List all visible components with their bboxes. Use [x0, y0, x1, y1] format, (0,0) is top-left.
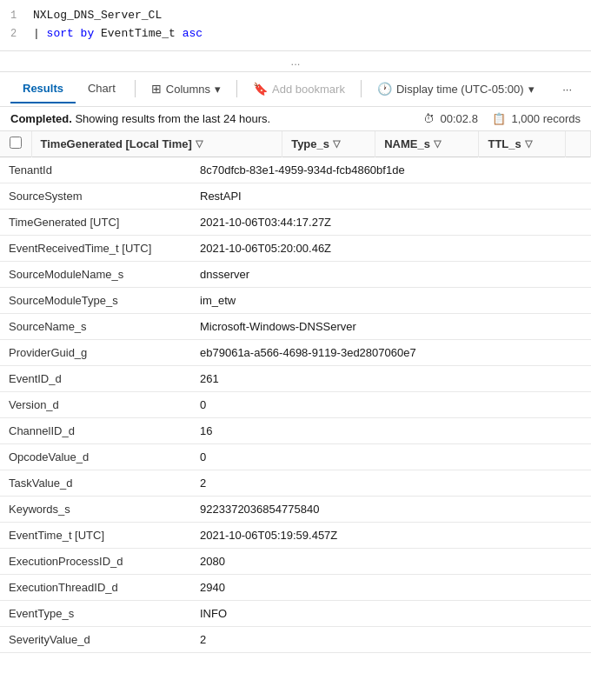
toolbar-separator-2	[236, 80, 237, 97]
detail-field-value: 16	[191, 417, 591, 443]
detail-field-value: Microsoft-Windows-DNSServer	[191, 313, 591, 339]
columns-button[interactable]: ⊞ Columns ▾	[143, 77, 229, 100]
detail-row: ProviderGuid_geb79061a-a566-4698-9119-3e…	[0, 339, 591, 365]
detail-field-name: SourceSystem	[0, 183, 191, 209]
name-s-filter-icon[interactable]: ▽	[434, 138, 441, 150]
more-options-icon: ···	[562, 83, 572, 96]
ttl-s-label: TTL_s	[488, 137, 521, 150]
ttl-s-filter-icon[interactable]: ▽	[525, 138, 532, 150]
line-number-2: 2	[10, 26, 26, 43]
table-header-row: TimeGenerated [Local Time] ▽ Type_s ▽ NA…	[0, 131, 591, 157]
time-generated-label: TimeGenerated [Local Time]	[41, 137, 192, 150]
detail-field-value: eb79061a-a566-4698-9119-3ed2807060e7	[191, 339, 591, 365]
select-all-checkbox[interactable]	[10, 137, 22, 149]
detail-field-name: TimeGenerated [UTC]	[0, 209, 191, 235]
status-text: Completed. Showing results from the last…	[10, 112, 270, 125]
detail-field-name: SourceModuleType_s	[0, 287, 191, 313]
detail-row: OpcodeValue_d0	[0, 443, 591, 470]
checkbox-header[interactable]	[0, 131, 31, 157]
status-description: Showing results from the last 24 hours.	[75, 112, 270, 125]
query-line-1: 1 NXLog_DNS_Server_CL	[10, 7, 581, 25]
query-text-1: NXLog_DNS_Server_CL	[33, 7, 162, 25]
query-editor[interactable]: 1 NXLog_DNS_Server_CL 2 | sort by EventT…	[0, 0, 591, 51]
status-completed: Completed.	[10, 112, 72, 125]
columns-icon: ⊞	[151, 82, 162, 96]
detail-field-value: 9223372036854775840	[191, 496, 591, 522]
tab-chart[interactable]: Chart	[76, 75, 128, 103]
detail-field-value: 261	[191, 365, 591, 391]
col-ttl-s[interactable]: TTL_s ▽	[479, 131, 565, 157]
detail-field-name: Keywords_s	[0, 496, 191, 522]
col-type-s[interactable]: Type_s ▽	[282, 131, 375, 157]
type-s-filter-icon[interactable]: ▽	[333, 138, 340, 150]
line-number-1: 1	[10, 8, 26, 24]
clock-icon: 🕐	[377, 82, 392, 96]
time-generated-filter-icon[interactable]: ▽	[196, 138, 203, 150]
detail-field-value: 8c70dfcb-83e1-4959-934d-fcb4860bf1de	[191, 157, 591, 183]
detail-row: SourceModuleType_sim_etw	[0, 287, 591, 313]
toolbar: Results Chart ⊞ Columns ▾ 🔖 Add bookmark…	[0, 72, 591, 107]
table-row: TenantId8c70dfcb-83e1-4959-934d-fcb4860b…	[0, 157, 591, 653]
detail-field-value: 2	[191, 626, 591, 652]
detail-table: TenantId8c70dfcb-83e1-4959-934d-fcb4860b…	[0, 157, 591, 653]
results-table: TimeGenerated [Local Time] ▽ Type_s ▽ NA…	[0, 131, 591, 653]
detail-field-value: 2	[191, 470, 591, 496]
type-s-label: Type_s	[291, 137, 329, 150]
detail-row: SourceSystemRestAPI	[0, 183, 591, 209]
detail-row: SourceName_sMicrosoft-Windows-DNSServer	[0, 313, 591, 339]
columns-arrow-icon: ▾	[215, 83, 221, 96]
detail-field-name: EventReceivedTime_t [UTC]	[0, 235, 191, 261]
records-icon: 📋	[492, 112, 506, 125]
detail-field-value: 0	[191, 391, 591, 417]
detail-row: ExecutionProcessID_d2080	[0, 548, 591, 574]
detail-field-value: 2021-10-06T03:44:17.27Z	[191, 209, 591, 235]
detail-field-value: 2021-10-06T05:19:59.457Z	[191, 522, 591, 548]
more-options-button[interactable]: ···	[554, 78, 581, 100]
add-bookmark-button[interactable]: 🔖 Add bookmark	[244, 77, 354, 100]
query-line-2: 2 | sort by EventTime_t asc	[10, 25, 581, 43]
records-value: 1,000 records	[512, 112, 581, 125]
detail-row: ChannelID_d16	[0, 417, 591, 443]
timer-icon: ⏱	[423, 112, 435, 125]
toolbar-separator-3	[361, 80, 362, 97]
detail-field-name: Version_d	[0, 391, 191, 417]
detail-field-name: SourceModuleName_s	[0, 261, 191, 287]
detail-field-name: ChannelID_d	[0, 417, 191, 443]
col-time-generated[interactable]: TimeGenerated [Local Time] ▽	[31, 131, 282, 157]
tab-results[interactable]: Results	[10, 75, 76, 103]
col-name-s[interactable]: NAME_s ▽	[375, 131, 479, 157]
bookmark-icon: 🔖	[253, 82, 268, 96]
detail-row: TenantId8c70dfcb-83e1-4959-934d-fcb4860b…	[0, 157, 591, 183]
detail-field-name: TaskValue_d	[0, 470, 191, 496]
detail-row: EventType_sINFO	[0, 600, 591, 626]
detail-row: SeverityValue_d2	[0, 626, 591, 652]
display-time-button[interactable]: 🕐 Display time (UTC-05:00) ▾	[369, 77, 543, 100]
detail-row: EventReceivedTime_t [UTC]2021-10-06T05:2…	[0, 235, 591, 261]
detail-row: ExecutionThreadID_d2940	[0, 574, 591, 600]
detail-field-name: ExecutionThreadID_d	[0, 574, 191, 600]
detail-field-name: ProviderGuid_g	[0, 339, 191, 365]
detail-field-name: TenantId	[0, 157, 191, 183]
records-display: 📋 1,000 records	[492, 112, 581, 125]
name-s-label: NAME_s	[384, 137, 430, 150]
detail-field-name: EventTime_t [UTC]	[0, 522, 191, 548]
display-time-arrow-icon: ▾	[528, 83, 535, 96]
detail-field-name: SeverityValue_d	[0, 626, 191, 652]
detail-field-name: SourceName_s	[0, 313, 191, 339]
detail-row: EventTime_t [UTC]2021-10-06T05:19:59.457…	[0, 522, 591, 548]
detail-field-value: 0	[191, 443, 591, 470]
detail-field-name: EventID_d	[0, 365, 191, 391]
timer-display: ⏱ 00:02.8	[423, 112, 478, 125]
detail-field-value: dnsserver	[191, 261, 591, 287]
detail-row: TaskValue_d2	[0, 470, 591, 496]
detail-field-name: OpcodeValue_d	[0, 443, 191, 470]
display-time-label: Display time (UTC-05:00)	[396, 83, 524, 96]
detail-row: TimeGenerated [UTC]2021-10-06T03:44:17.2…	[0, 209, 591, 235]
toolbar-separator-1	[135, 80, 136, 97]
detail-field-value: RestAPI	[191, 183, 591, 209]
ellipsis-separator: ...	[0, 51, 591, 72]
detail-row: Keywords_s9223372036854775840	[0, 496, 591, 522]
detail-field-name: ExecutionProcessID_d	[0, 548, 191, 574]
detail-field-value: im_etw	[191, 287, 591, 313]
detail-field-value: 2940	[191, 574, 591, 600]
